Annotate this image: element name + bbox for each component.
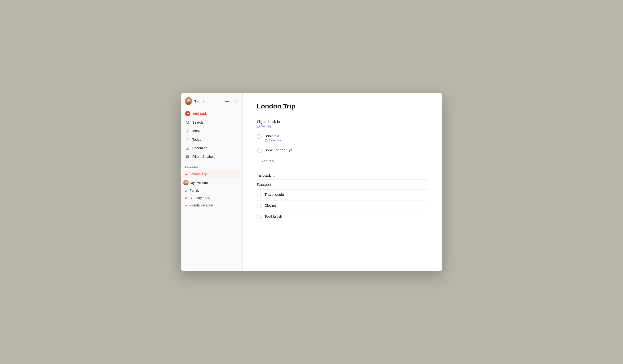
svg-rect-33	[265, 139, 267, 142]
task-date-book-taxi: Saturday	[265, 139, 428, 142]
filters-icon	[185, 154, 190, 159]
sidebar: Tim ▾	[181, 93, 243, 271]
svg-rect-4	[236, 99, 237, 100]
search-icon	[185, 120, 190, 125]
date-saturday: Saturday	[268, 139, 281, 142]
task-name-london-eye: Book London Eye	[265, 148, 428, 152]
task-date-flight-checkin: Sunday	[257, 124, 428, 128]
add-task-label: Add task	[261, 159, 275, 163]
search-label: Search	[192, 121, 203, 124]
sidebar-item-search[interactable]: Search	[183, 118, 241, 127]
task-name-passport: Passport	[257, 182, 271, 187]
svg-rect-9	[186, 138, 189, 141]
task-checkbox-book-taxi[interactable]	[257, 134, 262, 139]
sidebar-item-inbox[interactable]: Inbox	[183, 127, 241, 135]
task-info-travel-guide: Travel guide	[265, 193, 428, 196]
date-sunday: Sunday	[261, 124, 271, 128]
svg-rect-5	[234, 101, 235, 102]
layout-button[interactable]	[232, 98, 239, 105]
calendar-icon-taxi	[265, 139, 267, 142]
svg-point-1	[187, 99, 190, 102]
task-flight-checkin: Flight check-in Sunday	[257, 117, 428, 131]
hash-icon-florida: #	[185, 203, 187, 207]
svg-rect-6	[236, 101, 237, 102]
today-icon	[185, 137, 190, 142]
today-label: Today	[192, 138, 201, 141]
add-task-label: Add task	[193, 112, 207, 116]
task-name-flight-checkin: Flight check-in	[257, 120, 428, 124]
main-content: London Trip Flight check-in Sunday	[243, 93, 442, 271]
birthday-label: Birthday party	[189, 196, 210, 200]
task-name-book-taxi: Book taxi	[265, 134, 428, 138]
user-menu[interactable]: Tim ▾	[185, 97, 204, 105]
svg-point-27	[185, 181, 187, 183]
app-window: Tim ▾	[181, 93, 442, 271]
task-info-clothes: Clothes	[265, 203, 428, 207]
task-info-london-eye: Book London Eye	[265, 148, 428, 152]
inbox-icon	[185, 128, 190, 133]
bell-button[interactable]	[224, 98, 230, 105]
add-task-row-flight[interactable]: + Add task	[257, 156, 428, 166]
family-label: Family	[189, 189, 199, 193]
to-pack-section: To pack 4 Passport Travel guide Clothes	[257, 173, 428, 222]
favorites-section: # London Trip	[181, 170, 243, 178]
london-trip-label: London Trip	[189, 172, 207, 176]
task-checkbox-clothes[interactable]	[257, 204, 262, 208]
inbox-label: Inbox	[192, 129, 200, 133]
task-checkbox-travel-guide[interactable]	[257, 193, 262, 197]
user-name: Tim	[194, 99, 200, 103]
to-pack-header: To pack 4	[257, 173, 428, 178]
svg-rect-29	[257, 125, 260, 128]
sidebar-item-add-task[interactable]: + Add task	[183, 109, 241, 118]
task-travel-guide: Travel guide	[257, 189, 428, 200]
task-name-clothes: Clothes	[265, 203, 428, 207]
task-checkbox-london-eye[interactable]	[257, 148, 262, 153]
favorites-label: Favorites	[181, 162, 243, 170]
task-name-travel-guide: Travel guide	[265, 193, 428, 196]
task-book-london-eye: Book London Eye	[257, 145, 428, 156]
add-task-icon: +	[185, 111, 190, 116]
svg-line-8	[188, 123, 189, 124]
upcoming-label: Upcoming	[192, 146, 207, 150]
task-name-toothbrush: Toothbrush	[265, 214, 428, 218]
hash-icon-london-trip: #	[185, 172, 187, 176]
my-projects-row: My Projects	[181, 178, 243, 187]
task-clothes: Clothes	[257, 200, 428, 211]
projects-section: # Family # Birthday party # Florida vaca…	[181, 187, 243, 209]
task-passport: Passport	[257, 179, 428, 189]
task-toothbrush: Toothbrush	[257, 211, 428, 222]
calendar-icon	[257, 125, 260, 128]
sidebar-item-florida-vacation[interactable]: # Florida vacation	[183, 201, 241, 209]
flight-section: Flight check-in Sunday Book taxi	[257, 117, 428, 166]
sidebar-item-today[interactable]: Today	[183, 135, 241, 144]
my-projects-label: My Projects	[190, 181, 208, 185]
hash-icon-birthday: #	[185, 196, 187, 200]
task-info-book-taxi: Book taxi Saturday	[265, 134, 428, 142]
filters-label: Filters & Labels	[192, 155, 215, 158]
sidebar-nav: + Add task Search	[181, 108, 243, 162]
task-checkbox-toothbrush[interactable]	[257, 214, 262, 219]
add-task-plus-icon: +	[257, 158, 260, 164]
sidebar-item-birthday-party[interactable]: # Birthday party	[183, 194, 241, 201]
task-book-taxi: Book taxi Saturday	[257, 131, 428, 145]
sidebar-item-upcoming[interactable]: Upcoming	[183, 144, 241, 152]
sidebar-item-filters[interactable]: Filters & Labels	[183, 152, 241, 161]
sidebar-header: Tim ▾	[181, 93, 243, 108]
svg-rect-3	[234, 99, 235, 100]
to-pack-title: To pack	[257, 173, 271, 178]
page-title: London Trip	[257, 103, 428, 110]
hash-icon-family: #	[185, 188, 187, 193]
to-pack-count: 4	[273, 174, 275, 178]
avatar	[185, 97, 192, 105]
task-info-toothbrush: Toothbrush	[265, 214, 428, 218]
sidebar-header-icons	[224, 98, 239, 105]
sidebar-item-london-trip[interactable]: # London Trip	[183, 170, 241, 178]
my-projects-avatar	[183, 180, 189, 185]
upcoming-icon	[185, 146, 190, 150]
sidebar-item-family[interactable]: # Family	[183, 187, 241, 194]
chevron-down-icon: ▾	[203, 100, 204, 103]
florida-label: Florida vacation	[189, 203, 213, 207]
